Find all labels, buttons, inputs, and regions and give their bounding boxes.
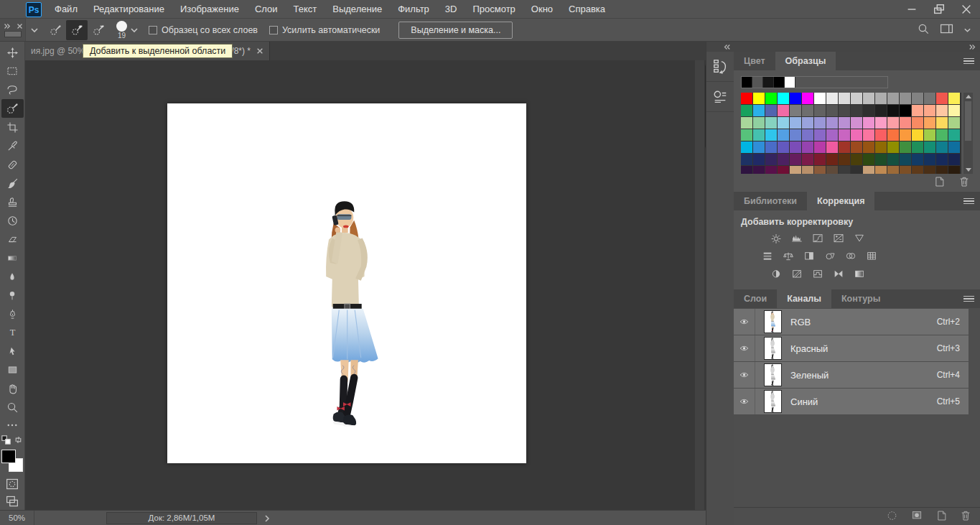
color-swatch[interactable] xyxy=(875,105,887,116)
color-swatch[interactable] xyxy=(887,141,899,153)
color-swatch[interactable] xyxy=(924,154,935,165)
black-white-icon[interactable] xyxy=(800,249,818,264)
screen-mode-icon[interactable] xyxy=(1,493,24,510)
add-to-selection-icon[interactable] xyxy=(66,20,88,40)
levels-icon[interactable] xyxy=(788,231,806,246)
color-swatch[interactable] xyxy=(778,154,789,165)
color-swatch[interactable] xyxy=(765,129,777,141)
brush-size-picker[interactable]: 19 xyxy=(116,21,139,40)
select-and-mask-button[interactable]: Выделение и маска... xyxy=(398,22,513,39)
color-swatch[interactable] xyxy=(778,166,789,174)
color-swatch[interactable] xyxy=(826,117,838,129)
channel-row-зеленый[interactable]: ЗеленыйCtrl+4 xyxy=(734,362,969,388)
threshold-icon[interactable] xyxy=(808,267,826,282)
eyedropper-tool[interactable] xyxy=(1,136,24,155)
color-balance-icon[interactable] xyxy=(779,249,797,264)
color-swatch[interactable] xyxy=(924,129,935,141)
color-swatch[interactable] xyxy=(887,105,899,116)
color-swatch[interactable] xyxy=(863,141,874,153)
new-selection-icon[interactable] xyxy=(45,20,66,40)
canvas[interactable] xyxy=(167,103,526,463)
eraser-tool[interactable] xyxy=(1,230,24,248)
color-swatch[interactable] xyxy=(790,154,801,165)
rectangle-tool[interactable] xyxy=(1,361,24,379)
visibility-eye-icon[interactable] xyxy=(734,309,755,335)
vertical-scrollbar[interactable] xyxy=(695,60,704,510)
color-swatch[interactable] xyxy=(790,166,801,174)
tab-коррекция[interactable]: Коррекция xyxy=(807,192,874,210)
color-lookup-icon[interactable] xyxy=(862,249,880,264)
tab-слои[interactable]: Слои xyxy=(734,289,777,308)
vibrance-icon[interactable] xyxy=(850,231,868,246)
path-selection-tool[interactable] xyxy=(1,342,24,361)
color-swatch[interactable] xyxy=(765,117,777,129)
color-swatch[interactable] xyxy=(875,154,887,165)
color-swatch[interactable] xyxy=(826,129,838,141)
color-swatch[interactable] xyxy=(912,93,923,104)
color-swatch[interactable] xyxy=(875,129,887,141)
color-swatch[interactable] xyxy=(753,129,765,141)
tab-close-icon[interactable] xyxy=(256,47,263,55)
color-swatch[interactable] xyxy=(900,141,911,153)
color-swatch[interactable] xyxy=(802,105,813,116)
color-swatch[interactable] xyxy=(936,105,948,116)
chevron-down-icon[interactable] xyxy=(963,25,971,35)
color-swatch[interactable] xyxy=(851,117,862,129)
menu-item[interactable]: 3D xyxy=(437,0,465,18)
color-swatch[interactable] xyxy=(839,141,850,153)
tab-образцы[interactable]: Образцы xyxy=(775,52,836,70)
invert-icon[interactable] xyxy=(767,267,785,282)
visibility-eye-icon[interactable] xyxy=(734,362,755,388)
channel-row-синий[interactable]: СинийCtrl+5 xyxy=(734,389,969,414)
tab-контуры[interactable]: Контуры xyxy=(831,289,890,308)
color-swatch[interactable] xyxy=(936,154,948,165)
blur-tool[interactable] xyxy=(1,267,24,286)
recent-swatch[interactable] xyxy=(763,77,774,88)
crop-tool[interactable] xyxy=(1,118,24,136)
color-swatch[interactable] xyxy=(826,141,838,153)
channel-thumbnail[interactable] xyxy=(764,337,782,360)
menu-item[interactable]: Просмотр xyxy=(465,0,523,18)
status-chevron-icon[interactable] xyxy=(262,514,272,525)
hand-tool[interactable] xyxy=(1,379,24,398)
quick-selection-tool[interactable] xyxy=(1,99,24,118)
gradient-map-icon[interactable] xyxy=(850,267,868,282)
color-swatch[interactable] xyxy=(924,93,935,104)
color-swatch[interactable] xyxy=(839,154,850,165)
color-swatch[interactable] xyxy=(863,105,874,116)
selective-color-icon[interactable] xyxy=(829,267,847,282)
color-swatch[interactable] xyxy=(753,117,765,129)
color-swatch[interactable] xyxy=(814,166,826,174)
menu-item[interactable]: Файл xyxy=(47,0,85,18)
channel-row-красный[interactable]: КрасныйCtrl+3 xyxy=(734,335,969,361)
color-swatch[interactable] xyxy=(948,117,960,129)
color-swatch[interactable] xyxy=(765,141,777,153)
type-tool[interactable]: T xyxy=(1,323,24,342)
color-swatch[interactable] xyxy=(802,117,813,129)
checkbox[interactable] xyxy=(269,26,278,34)
color-swatch[interactable] xyxy=(765,154,777,165)
color-swatch[interactable] xyxy=(936,166,948,174)
tab-каналы[interactable]: Каналы xyxy=(777,289,831,308)
color-swatch[interactable] xyxy=(778,93,789,104)
color-swatch[interactable] xyxy=(802,129,813,141)
color-swatch[interactable] xyxy=(826,93,838,104)
visibility-eye-icon[interactable] xyxy=(734,335,755,361)
color-swatch[interactable] xyxy=(778,117,789,129)
color-swatch[interactable] xyxy=(814,105,826,116)
color-swatch[interactable] xyxy=(912,154,923,165)
color-swatch[interactable] xyxy=(912,166,923,174)
color-swatch[interactable] xyxy=(900,166,911,174)
color-swatch[interactable] xyxy=(887,117,899,129)
color-swatch[interactable] xyxy=(948,105,960,116)
color-swatch[interactable] xyxy=(900,93,911,104)
color-swatch[interactable] xyxy=(851,105,862,116)
new-channel-icon[interactable] xyxy=(935,510,948,524)
expand-panels-icon[interactable] xyxy=(706,42,734,52)
curves-icon[interactable] xyxy=(808,231,826,246)
color-swatch[interactable] xyxy=(790,93,801,104)
color-swatch[interactable] xyxy=(814,154,826,165)
menu-item[interactable]: Слои xyxy=(247,0,286,18)
visibility-eye-icon[interactable] xyxy=(734,389,755,414)
channel-row-rgb[interactable]: RGBCtrl+2 xyxy=(734,309,969,335)
